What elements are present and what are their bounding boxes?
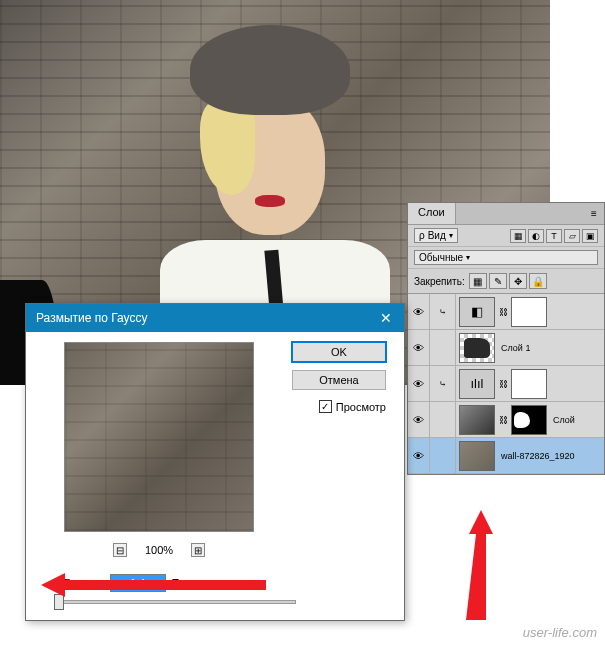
person-hat [190, 25, 350, 115]
layer-mask-thumb [511, 405, 547, 435]
layer-filter-row: ρВид ▦ ◐ T ▱ ▣ [408, 225, 604, 247]
layer-spacer [430, 438, 456, 473]
person-lips [255, 195, 285, 207]
panel-menu-button[interactable]: ≡ [584, 203, 604, 224]
lock-label: Закрепить: [414, 276, 465, 287]
adjustment-thumb: ◧ [459, 297, 495, 327]
radius-slider-track[interactable] [56, 600, 296, 604]
radius-unit: Пикселы [172, 577, 217, 589]
watermark: user-life.com [523, 625, 597, 640]
filter-image-icon[interactable]: ▦ [510, 229, 526, 243]
radius-row: Радиус: Пикселы [64, 574, 216, 592]
preview-checkbox-row[interactable]: ✓ Просмотр [319, 400, 386, 413]
layer-thumb [459, 333, 495, 363]
filter-smart-icon[interactable]: ▣ [582, 229, 598, 243]
visibility-toggle[interactable]: 👁 [408, 366, 430, 401]
preview-checkbox-label: Просмотр [336, 401, 386, 413]
visibility-toggle[interactable]: 👁 [408, 438, 430, 473]
zoom-level: 100% [145, 544, 173, 556]
lock-pixels-icon[interactable]: ▦ [469, 273, 487, 289]
visibility-toggle[interactable]: 👁 [408, 330, 430, 365]
layer-mask-thumb [511, 369, 547, 399]
blend-mode-dropdown[interactable]: Обычные [414, 250, 598, 265]
layer-mask-thumb [511, 297, 547, 327]
layer-spacer [430, 402, 456, 437]
zoom-out-button[interactable]: ⊟ [113, 543, 127, 557]
layers-list: 👁 ⤷ ◧ ⛓ 👁 Слой 1 👁 ⤷ ılıl ⛓ 👁 ⛓ [408, 294, 604, 474]
layer-spacer: ⤷ [430, 366, 456, 401]
layer-row-adjustment-1[interactable]: 👁 ⤷ ◧ ⛓ [408, 294, 604, 330]
radius-slider-thumb[interactable] [54, 594, 64, 610]
dialog-titlebar[interactable]: Размытие по Гауссу ✕ [26, 304, 404, 332]
lock-position-icon[interactable]: ✥ [509, 273, 527, 289]
layer-row-layer1[interactable]: 👁 Слой 1 [408, 330, 604, 366]
close-icon[interactable]: ✕ [374, 308, 398, 328]
layer-row-adjustment-2[interactable]: 👁 ⤷ ılıl ⛓ [408, 366, 604, 402]
gaussian-blur-dialog: Размытие по Гауссу ✕ ⊟ 100% ⊞ OK Отмена … [25, 303, 405, 621]
layer-row-bw[interactable]: 👁 ⛓ Слой [408, 402, 604, 438]
adjustment-thumb: ılıl [459, 369, 495, 399]
link-icon: ⛓ [498, 307, 508, 317]
visibility-toggle[interactable]: 👁 [408, 402, 430, 437]
preview-brick [65, 343, 253, 531]
layer-name[interactable]: Слой 1 [498, 343, 530, 353]
layer-thumb [459, 405, 495, 435]
ok-button[interactable]: OK [292, 342, 386, 362]
radius-input[interactable] [110, 574, 166, 592]
layer-spacer [430, 330, 456, 365]
visibility-toggle[interactable]: 👁 [408, 294, 430, 329]
layers-panel: Слои ≡ ρВид ▦ ◐ T ▱ ▣ Обычные Закрепить:… [407, 202, 605, 475]
layer-thumb [459, 441, 495, 471]
radius-label: Радиус: [64, 577, 104, 589]
lock-brush-icon[interactable]: ✎ [489, 273, 507, 289]
layer-kind-dropdown[interactable]: ρВид [414, 228, 458, 243]
filter-adj-icon[interactable]: ◐ [528, 229, 544, 243]
filter-shape-icon[interactable]: ▱ [564, 229, 580, 243]
tab-layers[interactable]: Слои [408, 203, 456, 224]
preview-image[interactable] [64, 342, 254, 532]
zoom-in-button[interactable]: ⊞ [191, 543, 205, 557]
layer-row-wall[interactable]: 👁 wall-872826_1920 [408, 438, 604, 474]
layer-name[interactable]: Слой [550, 415, 575, 425]
layer-spacer: ⤷ [430, 294, 456, 329]
panel-tabs: Слои ≡ [408, 203, 604, 225]
zoom-controls: ⊟ 100% ⊞ [64, 540, 254, 560]
link-icon: ⛓ [498, 379, 508, 389]
filter-text-icon[interactable]: T [546, 229, 562, 243]
link-icon: ⛓ [498, 415, 508, 425]
dialog-title: Размытие по Гауссу [36, 311, 147, 325]
cancel-button[interactable]: Отмена [292, 370, 386, 390]
lock-row: Закрепить: ▦ ✎ ✥ 🔒 [408, 269, 604, 294]
layer-name[interactable]: wall-872826_1920 [498, 451, 575, 461]
dialog-body: ⊟ 100% ⊞ OK Отмена ✓ Просмотр Радиус: Пи… [26, 332, 404, 620]
blend-mode-row: Обычные [408, 247, 604, 269]
preview-checkbox[interactable]: ✓ [319, 400, 332, 413]
lock-all-icon[interactable]: 🔒 [529, 273, 547, 289]
